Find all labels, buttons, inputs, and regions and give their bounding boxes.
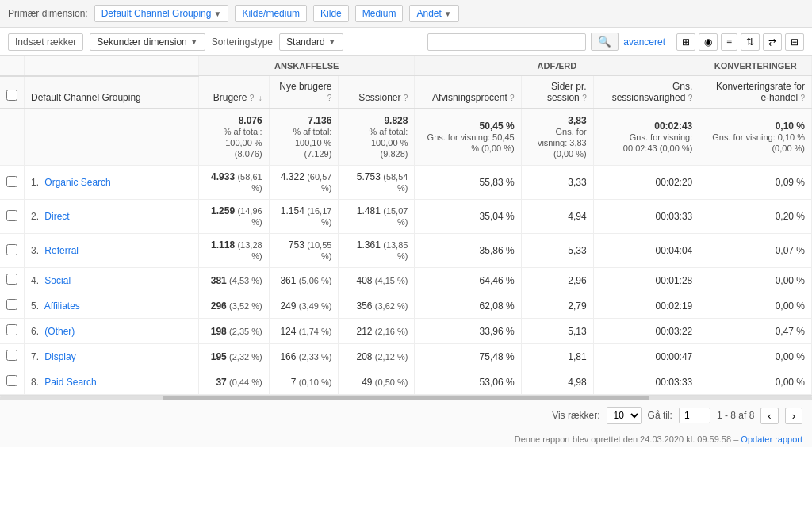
avg-duration-cell: 00:04:04 bbox=[593, 234, 699, 268]
users-cell: 381 (4,53 %) bbox=[199, 268, 270, 293]
sort-type-dropdown[interactable]: Standard ▼ bbox=[279, 33, 343, 51]
channel-link[interactable]: Social bbox=[44, 275, 71, 286]
sessions-column-header[interactable]: Sessioner ? bbox=[339, 76, 415, 109]
search-input[interactable] bbox=[427, 33, 586, 51]
source-link[interactable]: Kilde bbox=[313, 5, 349, 22]
pivot-view-button[interactable]: ⇅ bbox=[741, 33, 760, 51]
rows-per-page-select[interactable]: 10 bbox=[607, 407, 642, 424]
pages-per-session-cell: 4,94 bbox=[521, 200, 593, 234]
totals-bounce-cell: 50,45 % Gns. for visning: 50,45 % (0,00 … bbox=[415, 109, 521, 166]
row-checkbox-cell[interactable] bbox=[0, 293, 25, 319]
row-checkbox-cell[interactable] bbox=[0, 234, 25, 268]
sessions-cell: 49 (0,50 %) bbox=[339, 369, 415, 395]
channel-link[interactable]: (Other) bbox=[44, 326, 75, 337]
pages-per-session-cell: 4,98 bbox=[521, 369, 593, 395]
search-button[interactable]: 🔍 bbox=[591, 33, 619, 51]
conversion-rate-column-header[interactable]: Konverteringsrate for e-handel ? bbox=[699, 76, 812, 109]
new-users-cell: 124 (1,74 %) bbox=[269, 319, 339, 344]
checkbox-header-col bbox=[0, 56, 25, 76]
new-users-cell: 249 (3,49 %) bbox=[269, 293, 339, 319]
row-checkbox[interactable] bbox=[6, 350, 17, 361]
row-checkbox-cell[interactable] bbox=[0, 200, 25, 234]
totals-label-cell bbox=[25, 109, 199, 166]
row-number: 7. bbox=[31, 351, 39, 362]
insert-rows-button[interactable]: Indsæt rækker bbox=[8, 33, 83, 51]
avg-duration-column-header[interactable]: Gns. sessionsvarighed ? bbox=[593, 76, 699, 109]
row-checkbox-cell[interactable] bbox=[0, 344, 25, 369]
row-number: 4. bbox=[31, 275, 39, 286]
row-checkbox[interactable] bbox=[6, 324, 17, 335]
channel-link[interactable]: Display bbox=[44, 351, 75, 362]
bounce-rate-cell: 64,46 % bbox=[415, 268, 521, 293]
totals-new-users-cell: 7.136 % af total: 100,10 % (7.129) bbox=[269, 109, 339, 166]
channel-link[interactable]: Affiliates bbox=[44, 300, 80, 312]
row-checkbox[interactable] bbox=[6, 176, 17, 187]
bounce-rate-cell: 75,48 % bbox=[415, 344, 521, 369]
medium-link[interactable]: Medium bbox=[355, 5, 404, 22]
data-table-container: Anskaffelse Adfærd Konverteringer Defaul… bbox=[0, 56, 812, 395]
table-row: 2. Direct 1.259 (14,96 %) 1.154 (16,17 %… bbox=[0, 200, 812, 234]
channel-cell: 4. Social bbox=[25, 268, 199, 293]
source-medium-link[interactable]: Kilde/medium bbox=[235, 5, 307, 22]
new-users-column-header[interactable]: Nye brugere ? bbox=[269, 76, 339, 109]
row-checkbox-cell[interactable] bbox=[0, 369, 25, 395]
secondary-dimension-dropdown[interactable]: Sekundær dimension ▼ bbox=[90, 33, 205, 51]
table-footer: Vis rækker: 10 Gå til: 1 - 8 af 8 ‹ › bbox=[0, 400, 812, 431]
conv-help-icon: ? bbox=[800, 94, 805, 102]
row-checkbox[interactable] bbox=[6, 375, 17, 386]
conv-rate-cell: 0,00 % bbox=[699, 293, 812, 319]
channel-link[interactable]: Organic Search bbox=[44, 177, 110, 188]
goto-label: Gå til: bbox=[648, 410, 672, 421]
dimension-dropdown[interactable]: Default Channel Grouping ▼ bbox=[94, 5, 229, 22]
primary-dimension-bar: Primær dimension: Default Channel Groupi… bbox=[0, 0, 812, 28]
sessions-cell: 208 (2,12 %) bbox=[339, 344, 415, 369]
bar-view-button[interactable]: ≡ bbox=[721, 33, 737, 51]
row-checkbox[interactable] bbox=[6, 244, 17, 255]
detail-view-button[interactable]: ⊟ bbox=[785, 33, 804, 51]
update-report-link[interactable]: Opdater rapport bbox=[741, 434, 802, 444]
select-all-checkbox-header[interactable] bbox=[0, 76, 25, 109]
channel-link[interactable]: Paid Search bbox=[44, 377, 96, 388]
users-cell: 37 (0,44 %) bbox=[199, 369, 270, 395]
other-dropdown[interactable]: Andet ▼ bbox=[409, 5, 458, 22]
goto-input[interactable] bbox=[679, 408, 710, 423]
row-checkbox-cell[interactable] bbox=[0, 319, 25, 344]
sessions-cell: 408 (4,15 %) bbox=[339, 268, 415, 293]
bounce-rate-column-header[interactable]: Afvisningsprocent ? bbox=[415, 76, 521, 109]
row-checkbox-cell[interactable] bbox=[0, 268, 25, 293]
secondary-toolbar: Indsæt rækker Sekundær dimension ▼ Sorte… bbox=[0, 28, 812, 56]
chevron-down-icon-secondary: ▼ bbox=[190, 37, 198, 46]
report-note: Denne rapport blev oprettet den 24.03.20… bbox=[0, 431, 812, 447]
pages-per-session-cell: 5,33 bbox=[521, 234, 593, 268]
channel-cell: 8. Paid Search bbox=[25, 369, 199, 395]
pages-per-session-column-header[interactable]: Sider pr. session ? bbox=[521, 76, 593, 109]
chevron-down-icon-other: ▼ bbox=[444, 10, 452, 18]
row-checkbox[interactable] bbox=[6, 274, 17, 285]
avg-duration-cell: 00:01:28 bbox=[593, 268, 699, 293]
select-all-checkbox[interactable] bbox=[6, 90, 17, 101]
channel-link[interactable]: Referral bbox=[44, 245, 79, 256]
pie-view-button[interactable]: ◉ bbox=[699, 33, 718, 51]
table-row: 6. (Other) 198 (2,35 %) 124 (1,74 %) 212… bbox=[0, 319, 812, 344]
channel-link[interactable]: Direct bbox=[44, 211, 69, 222]
table-row: 5. Affiliates 296 (3,52 %) 249 (3,49 %) … bbox=[0, 293, 812, 319]
new-users-cell: 753 (10,55 %) bbox=[269, 234, 339, 268]
pages-per-session-cell: 2,79 bbox=[521, 293, 593, 319]
grid-view-button[interactable]: ⊞ bbox=[676, 33, 695, 51]
prev-page-button[interactable]: ‹ bbox=[760, 408, 778, 424]
new-users-cell: 166 (2,33 %) bbox=[269, 344, 339, 369]
conv-rate-cell: 0,07 % bbox=[699, 234, 812, 268]
compare-view-button[interactable]: ⇄ bbox=[763, 33, 782, 51]
advanced-link[interactable]: avanceret bbox=[623, 36, 665, 48]
totals-row: 8.076 % af total: 100,00 % (8.076) 7.136… bbox=[0, 109, 812, 166]
pages-per-session-cell: 3,33 bbox=[521, 166, 593, 200]
next-page-button[interactable]: › bbox=[785, 408, 802, 424]
row-checkbox-cell[interactable] bbox=[0, 166, 25, 200]
users-column-header[interactable]: Brugere ? ↓ bbox=[199, 76, 270, 109]
row-checkbox[interactable] bbox=[6, 299, 17, 310]
bounce-help-icon: ? bbox=[510, 94, 515, 102]
sessions-cell: 356 (3,62 %) bbox=[339, 293, 415, 319]
behavior-group-header: Adfærd bbox=[415, 56, 699, 76]
row-checkbox[interactable] bbox=[6, 210, 17, 221]
conv-rate-cell: 0,47 % bbox=[699, 319, 812, 344]
